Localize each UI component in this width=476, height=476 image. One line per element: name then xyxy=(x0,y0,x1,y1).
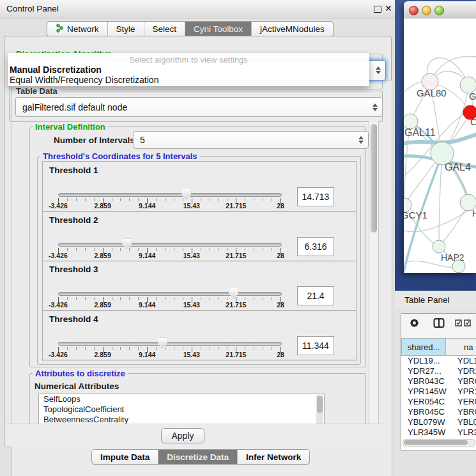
scrollbar-thumb[interactable] xyxy=(371,124,377,233)
cell-shared-name[interactable]: YBL079W xyxy=(401,417,446,427)
panel-title: Control Panel xyxy=(6,4,59,13)
cell-name[interactable]: YBR0 xyxy=(446,376,476,387)
tab-label: Cyni Toolbox xyxy=(194,24,243,34)
column-header-name[interactable]: na xyxy=(446,338,476,356)
checkbox-icon[interactable] xyxy=(464,319,471,326)
cell-shared-name[interactable]: YLR345W xyxy=(401,427,446,438)
cell-shared-name[interactable]: YBR043C xyxy=(401,376,446,387)
cell-name[interactable]: YLR3 xyxy=(446,427,476,438)
tab-cyni-toolbox[interactable]: Cyni Toolbox xyxy=(185,22,251,36)
table-row[interactable]: YBL079WYBL0 xyxy=(401,417,476,427)
tab-jactivemnodules[interactable]: jActiveMNodules xyxy=(251,22,333,36)
node-label: GA xyxy=(469,91,476,102)
tab-network[interactable]: Network xyxy=(47,22,107,36)
network-window-titlebar[interactable] xyxy=(404,1,476,19)
network-canvas[interactable]: GAL80GACGAL11GAL4GCY1HHAP2 xyxy=(404,19,476,273)
cell-name[interactable]: YBR0 xyxy=(446,407,476,417)
tick-label: 9.144 xyxy=(139,252,155,259)
node-label: C xyxy=(470,116,476,127)
tick-label: 21.715 xyxy=(226,252,246,259)
cell-shared-name[interactable]: YPR145W xyxy=(401,387,446,397)
table-row[interactable]: YDR27...YDR2 xyxy=(401,366,476,376)
threshold-value-field[interactable]: 21.4 xyxy=(297,286,334,305)
columns-icon[interactable] xyxy=(433,318,445,328)
red-traffic-light-icon[interactable] xyxy=(409,6,418,15)
table-row[interactable]: YBR043CYBR0 xyxy=(401,376,476,387)
popup-item-2[interactable]: Equal Width/Frequency Discretization xyxy=(10,75,158,85)
close-icon[interactable]: ✕ xyxy=(385,3,392,13)
node-label: GAL4 xyxy=(445,162,471,173)
top-tab-bar: NetworkStyleSelectCyni ToolboxjActiveMNo… xyxy=(47,21,334,37)
cell-shared-name[interactable]: YDL19... xyxy=(401,356,446,366)
table-header-row: shared... na xyxy=(401,338,476,356)
table-row[interactable]: YLR345WYLR3 xyxy=(401,427,476,438)
tab-label: jActiveMNodules xyxy=(260,24,325,34)
tick-label: 28 xyxy=(277,202,284,210)
cell-shared-name[interactable]: YDR27... xyxy=(401,366,446,376)
num-intervals-label: Number of Intervals xyxy=(54,135,135,145)
algorithm-dropdown-popup: Select algorithm to view settings Manual… xyxy=(8,53,369,86)
table-row[interactable]: YDL19...YDL1 xyxy=(401,356,476,366)
checkbox-icon[interactable] xyxy=(455,319,462,326)
cell-shared-name[interactable]: YBR045C xyxy=(401,407,446,417)
popup-item-1[interactable]: Manual Discretization xyxy=(10,65,102,75)
gear-icon[interactable] xyxy=(409,318,420,328)
table-data-value: galFiltered.sif default node xyxy=(22,102,127,112)
attribute-item[interactable]: SelfLoops xyxy=(39,394,324,404)
tick-label: 9.144 xyxy=(139,301,155,309)
table-row[interactable]: YBR045CYBR0 xyxy=(401,407,476,417)
tab-infer-network[interactable]: Infer Network xyxy=(237,450,309,464)
cell-shared-name[interactable]: YER054C xyxy=(401,397,446,407)
threshold-row: Threshold 2-3.4262.8599.14415.4321.71528… xyxy=(43,211,356,262)
table-horizontal-scrollbar[interactable] xyxy=(403,439,475,447)
thresholds-panel: Threshold 1-3.4262.8599.14415.4321.71528… xyxy=(42,161,357,361)
tick-label: 21.715 xyxy=(226,301,246,309)
network-node-hap2[interactable] xyxy=(433,240,445,253)
slider-track[interactable] xyxy=(58,292,282,296)
tick-label: 28 xyxy=(277,252,284,259)
network-node[interactable] xyxy=(452,260,465,273)
table-row[interactable]: YER054CYER0 xyxy=(401,397,476,407)
tick-label: -3.426 xyxy=(49,301,68,309)
green-traffic-light-icon[interactable] xyxy=(434,6,444,15)
tick-label: 15.43 xyxy=(183,301,200,309)
threshold-value-field[interactable]: 14.713 xyxy=(297,187,334,206)
tick-label: 2.859 xyxy=(94,202,111,210)
tick-label: -3.426 xyxy=(49,202,68,210)
table-row[interactable]: YPR145WYPR1 xyxy=(401,387,476,397)
cell-name[interactable]: YER0 xyxy=(446,397,476,407)
main-vertical-scrollbar[interactable] xyxy=(369,121,379,423)
yellow-traffic-light-icon[interactable] xyxy=(422,6,431,15)
tab-style[interactable]: Style xyxy=(107,22,144,36)
threshold-value-field[interactable]: 6.316 xyxy=(297,237,334,256)
tick-label: 2.859 xyxy=(94,301,111,309)
column-header-shared-name[interactable]: shared... xyxy=(401,338,446,356)
tick-label: -3.426 xyxy=(49,252,68,259)
network-view-window[interactable]: GAL80GACGAL11GAL4GCY1HHAP2 xyxy=(404,1,476,273)
threshold-value-field[interactable]: 11.344 xyxy=(297,336,334,355)
float-window-icon[interactable] xyxy=(374,6,381,13)
num-intervals-combobox[interactable]: 5 xyxy=(133,131,369,149)
slider-track[interactable] xyxy=(58,342,282,346)
cell-name[interactable]: YBL0 xyxy=(446,417,476,427)
apply-button[interactable]: Apply xyxy=(161,428,204,443)
cell-name[interactable]: YDR2 xyxy=(446,366,476,376)
cell-name[interactable]: YDL1 xyxy=(446,356,476,366)
slider-track[interactable] xyxy=(58,193,282,197)
table-rows: YDL19...YDL1YDR27...YDR2YBR043CYBR0YPR14… xyxy=(401,356,476,438)
cell-name[interactable]: YPR1 xyxy=(446,387,476,397)
tab-select[interactable]: Select xyxy=(144,22,185,36)
control-panel-titlebar: Control Panel ✕ xyxy=(0,0,395,19)
slider-track[interactable] xyxy=(58,243,282,247)
numerical-attributes-label: Numerical Attributes xyxy=(35,381,119,391)
tab-impute-data[interactable]: Impute Data xyxy=(92,450,158,464)
scrollbar-thumb[interactable] xyxy=(404,440,468,445)
tab-discretize-data[interactable]: Discretize Data xyxy=(158,450,237,464)
threshold-label: Threshold 1 xyxy=(49,165,98,175)
table-data-combobox[interactable]: galFiltered.sif default node xyxy=(15,97,383,117)
attributes-scrollbar[interactable] xyxy=(316,395,323,424)
attribute-item[interactable]: TopologicalCoefficient xyxy=(39,404,324,415)
tick-label: 21.715 xyxy=(226,351,246,358)
numerical-attributes-list[interactable]: SelfLoopsTopologicalCoefficientBetweenne… xyxy=(38,394,325,426)
tick-label: 21.715 xyxy=(226,202,246,210)
